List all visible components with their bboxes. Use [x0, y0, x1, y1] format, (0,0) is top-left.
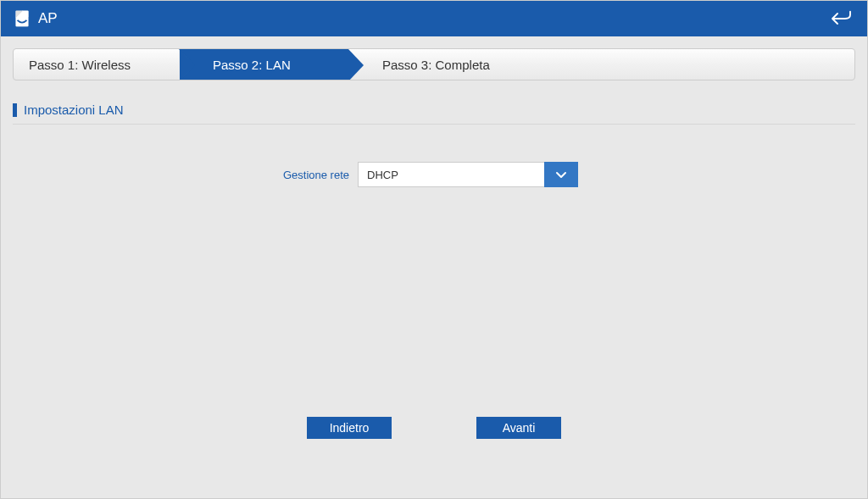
step-label: Passo 3: Completa [382, 58, 490, 72]
step-arrow-icon [179, 49, 194, 80]
network-select-toggle[interactable] [544, 162, 578, 187]
wizard-buttons: Indietro Avanti [1, 417, 867, 439]
network-management-row: Gestione rete DHCP [13, 162, 855, 187]
back-nav-button[interactable] [823, 6, 857, 31]
app-window: AP Passo 1: Wireless Passo 2: LAN Passo … [0, 0, 868, 499]
titlebar-title: AP [38, 10, 58, 27]
next-button[interactable]: Avanti [476, 417, 561, 439]
section-marker-icon [13, 103, 17, 117]
button-label: Indietro [330, 421, 370, 435]
network-select[interactable]: DHCP [358, 162, 578, 187]
back-button[interactable]: Indietro [307, 417, 392, 439]
step-complete[interactable]: Passo 3: Completa [348, 49, 515, 80]
step-label: Passo 1: Wireless [29, 58, 131, 72]
step-arrow-icon [348, 49, 364, 80]
step-wireless[interactable]: Passo 1: Wireless [14, 49, 179, 80]
network-select-value: DHCP [358, 162, 544, 187]
back-arrow-icon [827, 8, 853, 30]
section-header: Impostazioni LAN [13, 103, 855, 125]
titlebar: AP [1, 1, 867, 36]
wizard-stepper: Passo 1: Wireless Passo 2: LAN Passo 3: … [13, 48, 855, 80]
network-label: Gestione rete [180, 169, 349, 181]
step-label: Passo 2: LAN [213, 58, 291, 72]
chevron-down-icon [555, 170, 567, 179]
content-area: Passo 1: Wireless Passo 2: LAN Passo 3: … [1, 36, 867, 199]
step-lan[interactable]: Passo 2: LAN [179, 49, 348, 80]
app-icon [13, 9, 31, 28]
button-label: Avanti [503, 421, 536, 435]
section-title: Impostazioni LAN [24, 103, 124, 117]
